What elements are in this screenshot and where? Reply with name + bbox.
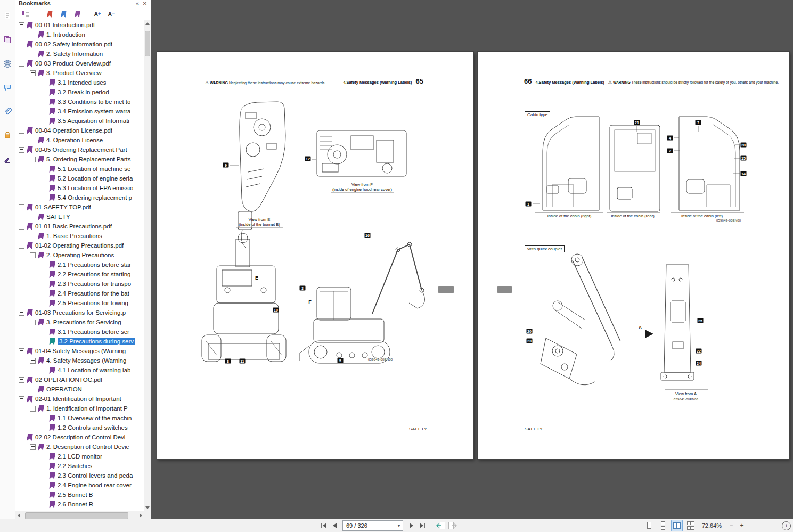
collapse-toggle-icon[interactable] [19,22,24,28]
bookmark-item[interactable]: 2. Safety Information [15,49,144,59]
collapse-toggle-icon[interactable] [19,224,24,230]
bookmarks-vertical-scrollbar[interactable] [144,20,151,511]
collapse-toggle-icon[interactable] [19,128,24,134]
bookmark-item[interactable]: 2.1 Precautions before star [15,260,144,269]
find-bookmark-icon[interactable] [44,9,55,19]
collapse-toggle-icon[interactable] [30,406,36,412]
first-page-icon[interactable] [318,521,329,531]
bookmark-item[interactable]: 5.4 Ordering replacement p [15,193,144,202]
bookmark-item[interactable]: 02 OPERATIONTOC.pdf [15,375,144,384]
scroll-down-icon[interactable] [144,504,151,511]
previous-page-icon[interactable] [330,521,340,531]
bookmark-item[interactable]: 00-01 Introduction.pdf [15,20,144,30]
bookmark-item[interactable]: 02-02 Description of Control Devi [15,432,144,442]
bookmark-item[interactable]: 3. Precautions for Servicing [15,317,144,327]
bookmark-item[interactable]: 2.5 Bonnet B [15,490,144,500]
bookmark-item[interactable]: 3.1 Precautions before ser [15,327,144,337]
bookmark-item[interactable]: 3.3 Conditions to be met to [15,97,144,107]
next-bookmark-icon[interactable] [72,9,83,19]
signatures-icon[interactable] [0,151,15,168]
two-page-continuous-view-icon[interactable] [685,520,697,531]
bookmark-item[interactable]: 3.2 Break in period [15,87,144,97]
bookmark-item[interactable]: 01-03 Precautions for Servicing.p [15,308,144,317]
next-view-icon[interactable] [447,521,457,531]
collapse-toggle-icon[interactable] [30,70,36,76]
bookmark-item[interactable]: 01 SAFETY TOP.pdf [15,202,144,212]
bookmark-item[interactable]: 2. Description of Control Devic [15,442,144,452]
bookmark-item[interactable]: 02-01 Identification of Important [15,394,144,404]
bookmark-item[interactable]: 2.3 Control levers and peda [15,471,144,480]
bookmark-item[interactable]: 4. Safety Messages (Warning [15,356,144,365]
collapse-toggle-icon[interactable] [19,204,24,210]
close-panel-icon[interactable]: ✕ [141,1,149,6]
page-dropdown-icon[interactable]: ▾ [395,523,403,528]
bookmark-item[interactable]: 4. Operation License [15,135,144,145]
previous-view-icon[interactable] [436,521,446,531]
bookmark-item[interactable]: 2.5 Precautions for towing [15,298,144,308]
bookmark-item[interactable]: 5.1 Location of machine se [15,164,144,174]
single-page-view-icon[interactable] [643,520,655,531]
zoom-level[interactable]: 72.64% [702,522,722,529]
collapse-toggle-icon[interactable] [19,243,24,249]
collapse-toggle-icon[interactable] [30,358,36,364]
bookmark-item[interactable]: 1. Identification of Important P [15,404,144,413]
next-page-icon[interactable] [406,521,416,531]
bookmark-item[interactable]: 2.2 Precautions for starting [15,269,144,279]
zoom-out-icon[interactable]: − [727,521,735,530]
collapse-toggle-icon[interactable] [19,377,24,383]
bookmark-item[interactable]: SAFETY [15,212,144,222]
document-canvas[interactable]: ⚠ WARNING Neglecting these instructions … [151,0,793,519]
collapse-toggle-icon[interactable] [19,42,24,47]
bookmark-item[interactable]: 3. Product Overview [15,68,144,78]
scroll-left-icon[interactable] [15,511,22,519]
page-thumbnails-icon[interactable] [0,7,15,24]
collapse-toggle-icon[interactable] [30,157,36,162]
bookmark-item[interactable]: 1. Basic Precautions [15,231,144,241]
collapse-toggle-icon[interactable] [30,444,36,450]
previous-bookmark-icon[interactable] [58,9,69,19]
bookmark-item[interactable]: 01-01 Basic Precautions.pdf [15,222,144,231]
zoom-in-icon[interactable]: + [738,521,746,530]
vertical-scroll-thumb[interactable] [145,31,150,56]
bookmark-item[interactable]: 2.4 Engine hood rear cover [15,480,144,490]
attachments-icon[interactable] [0,103,15,120]
two-page-view-icon[interactable] [671,520,683,531]
increase-text-size-icon[interactable]: A+ [92,9,103,19]
bookmark-item[interactable]: 1. Introduction [15,30,144,39]
bookmark-item[interactable]: 3.4 Emission system warra [15,107,144,116]
bookmark-item[interactable]: 00-02 Safety Information.pdf [15,39,144,49]
scroll-up-icon[interactable] [144,20,151,27]
bookmarks-panel-icon[interactable] [0,31,15,48]
bookmark-item[interactable]: 2.1 LCD monitor [15,452,144,461]
bookmark-item[interactable]: 00-05 Ordering Replacement Part [15,145,144,154]
collapse-toggle-icon[interactable] [19,310,24,316]
bookmark-item[interactable]: 2. Operating Precautions [15,250,144,260]
bookmark-item[interactable]: 4.1 Location of warning lab [15,365,144,375]
collapse-toggle-icon[interactable] [30,320,36,325]
bookmark-item[interactable]: 5. Ordering Replacement Parts [15,154,144,164]
collapse-toggle-icon[interactable] [19,147,24,153]
page-number-value[interactable]: 69 / 326 [343,522,395,529]
bookmark-item[interactable]: 01-04 Safety Messages (Warning [15,346,144,356]
zoom-tool-icon[interactable]: + [782,521,791,530]
bookmark-item[interactable]: 00-03 Product Overview.pdf [15,59,144,68]
bookmarks-horizontal-scrollbar[interactable] [15,511,144,519]
bookmark-item[interactable]: 2.3 Precautions for transpo [15,279,144,289]
collapse-toggle-icon[interactable] [19,348,24,354]
collapse-panel-icon[interactable]: « [134,1,141,6]
bookmark-item[interactable]: 1.2 Controls and switches [15,423,144,432]
bookmark-item[interactable]: 01-02 Operating Precautions.pdf [15,241,144,250]
bookmark-item[interactable]: 3.5 Acquisition of Informati [15,116,144,126]
bookmark-item[interactable]: 2.6 Bonnet R [15,500,144,509]
bookmark-item[interactable]: OPERATION [15,384,144,394]
bookmark-item[interactable]: 3.1 Intended uses [15,78,144,87]
collapse-toggle-icon[interactable] [19,61,24,67]
bookmark-item[interactable]: 5.2 Location of engine seria [15,174,144,183]
bookmark-item[interactable]: 2.2 Switches [15,461,144,471]
bookmark-options-icon[interactable] [20,9,30,19]
bookmark-item[interactable]: 5.3 Location of EPA emissio [15,183,144,193]
comments-icon[interactable] [0,79,15,96]
layers-icon[interactable] [0,55,15,72]
collapse-toggle-icon[interactable] [19,396,24,402]
collapse-toggle-icon[interactable] [30,252,36,258]
